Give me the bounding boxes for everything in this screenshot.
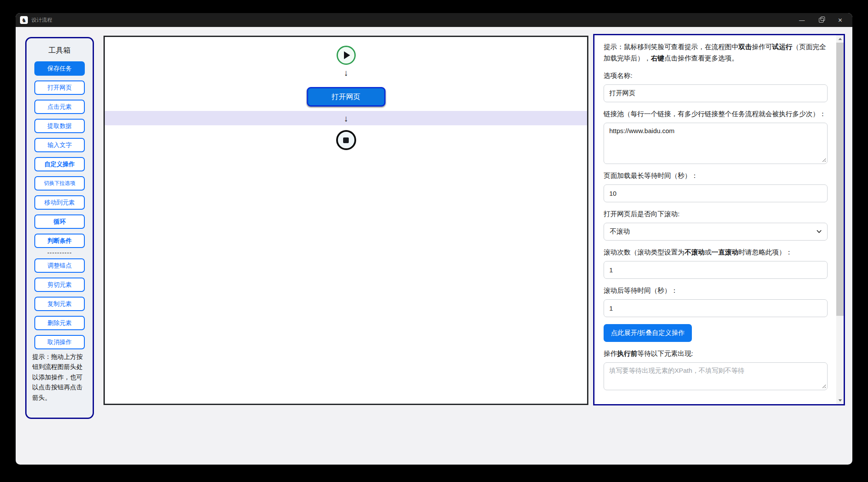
flowchart-canvas[interactable]: ↓ 打开网页 ↓ (103, 36, 588, 405)
toolbox-button[interactable]: 切换下拉选项 (34, 176, 85, 191)
toolbox-button[interactable]: 剪切元素 (34, 278, 85, 292)
link-pool-wrap: https://www.baidu.com (604, 123, 828, 164)
toolbox-button-list-bottom: 调整锚点剪切元素复制元素删除元素取消操作 (34, 258, 85, 349)
close-button[interactable]: ✕ (831, 13, 850, 27)
scrollbar-thumb[interactable] (836, 43, 844, 316)
tip-bold-double-click: 双击 (738, 43, 752, 50)
start-node[interactable] (337, 46, 356, 65)
arrow-up-icon (838, 38, 842, 40)
label-text: 等待以下元素出现: (638, 350, 693, 357)
label-text: 操作 (604, 350, 617, 357)
option-name-label: 选项名称: (604, 70, 828, 81)
stop-icon (343, 137, 349, 143)
scroll-mode-value: 不滚动 (610, 227, 630, 236)
play-icon (344, 51, 350, 59)
properties-content: 提示：鼠标移到笑脸可查看提示，在流程图中双击操作可试运行（页面完全加载完毕后），… (594, 35, 836, 404)
window-controls: — ✕ (792, 13, 850, 27)
toolbox-button[interactable]: 打开网页 (34, 80, 85, 95)
scroll-wait-label: 滚动后等待时间（秒）： (604, 285, 828, 296)
label-bold-always-scroll: 一直滚动 (711, 248, 738, 256)
scroll-times-label: 滚动次数（滚动类型设置为不滚动或一直滚动时请忽略此项）： (604, 247, 828, 258)
tip-bold-right-click: 右键 (651, 54, 664, 62)
scrollbar-up-button[interactable] (836, 35, 844, 43)
chevron-down-icon (817, 230, 821, 233)
toolbox-button-list-top: 保存任务打开网页点击元素提取数据输入文字自定义操作切换下拉选项移动到元素循环判断… (34, 61, 85, 248)
toolbox-title: 工具箱 (49, 45, 71, 55)
toolbox-button[interactable]: 移动到元素 (34, 195, 85, 210)
tip-text: 操作可 (752, 43, 772, 50)
link-pool-label: 链接池（每行一个链接，有多少行链接整个任务流程就会被执行多少次）： (604, 109, 828, 119)
drop-highlight-band: ↓ (105, 111, 587, 125)
scroll-mode-label: 打开网页后是否向下滚动: (604, 209, 828, 219)
stop-node[interactable] (336, 130, 356, 150)
link-pool-textarea[interactable]: https://www.baidu.com (604, 123, 828, 164)
option-name-input[interactable] (604, 84, 828, 102)
label-bold-no-scroll: 不滚动 (684, 248, 705, 256)
window-title: 设计流程 (31, 17, 52, 24)
label-text: 滚动次数（滚动类型设置为 (604, 248, 684, 256)
app-icon: ♞ (20, 16, 28, 24)
toolbox-button[interactable]: 调整锚点 (34, 258, 85, 273)
wait-before-label: 操作执行前等待以下元素出现: (604, 348, 828, 359)
label-text: 或 (705, 248, 712, 256)
expand-custom-actions-button[interactable]: 点此展开/折叠自定义操作 (604, 324, 692, 342)
toolbox-button[interactable]: 点击元素 (34, 100, 85, 114)
toolbox-button[interactable]: 输入文字 (34, 138, 85, 152)
toolbox-button[interactable]: 提取数据 (34, 119, 85, 133)
scroll-mode-select[interactable]: 不滚动 (604, 223, 828, 241)
toolbox-button[interactable]: 自定义操作 (34, 157, 85, 171)
scrollbar-down-button[interactable] (836, 397, 844, 404)
app-window: ♞ 设计流程 — ✕ 工具箱 保存任务打开网页点击元素提取数据输入文字自定义操作… (16, 13, 852, 465)
page-load-timeout-input[interactable] (604, 184, 828, 202)
xpath-wait-textarea[interactable] (604, 362, 828, 390)
page-load-timeout-label: 页面加载最长等待时间（秒）： (604, 171, 828, 181)
maximize-icon (819, 18, 824, 23)
scroll-wait-input[interactable] (604, 299, 828, 317)
flow-arrow-2[interactable]: ↓ (344, 114, 348, 123)
screen: ♞ 设计流程 — ✕ 工具箱 保存任务打开网页点击元素提取数据输入文字自定义操作… (0, 0, 868, 482)
properties-panel: 提示：鼠标移到笑脸可查看提示，在流程图中双击操作可试运行（页面完全加载完毕后），… (593, 34, 845, 405)
label-bold-before-exec: 执行前 (617, 350, 638, 357)
title-bar[interactable]: ♞ 设计流程 — ✕ (16, 13, 852, 27)
toolbox-button[interactable]: 复制元素 (34, 297, 85, 311)
toolbox-button[interactable]: 循环 (34, 214, 85, 229)
panel-tip: 提示：鼠标移到笑脸可查看提示，在流程图中双击操作可试运行（页面完全加载完毕后），… (604, 41, 828, 64)
toolbox-button[interactable]: 保存任务 (34, 61, 85, 76)
tip-text: 提示：鼠标移到笑脸可查看提示，在流程图中 (604, 43, 738, 50)
tip-text: 点击操作查看更多选项。 (664, 54, 739, 62)
toolbox: 工具箱 保存任务打开网页点击元素提取数据输入文字自定义操作切换下拉选项移动到元素… (25, 37, 94, 419)
xpath-wait-wrap (604, 362, 828, 390)
toolbox-separator: ---------- (47, 249, 72, 256)
toolbox-button[interactable]: 判断条件 (34, 234, 85, 248)
arrow-down-icon (838, 399, 842, 402)
panel-scrollbar[interactable] (836, 35, 844, 404)
minimize-button[interactable]: — (792, 13, 811, 27)
toolbox-button[interactable]: 取消操作 (34, 335, 85, 349)
maximize-button[interactable] (811, 13, 831, 27)
flow-node-open-webpage[interactable]: 打开网页 (307, 87, 385, 107)
toolbox-hint: 提示：拖动上方按钮到流程图箭头处以添加操作，也可以点击按钮再点击箭头。 (27, 349, 93, 403)
flow-arrow-1[interactable]: ↓ (344, 68, 348, 77)
tip-bold-test-run: 试运行 (772, 43, 793, 50)
scroll-times-input[interactable] (604, 261, 828, 279)
label-text: 时请忽略此项）： (738, 248, 792, 256)
toolbox-button[interactable]: 删除元素 (34, 316, 85, 330)
